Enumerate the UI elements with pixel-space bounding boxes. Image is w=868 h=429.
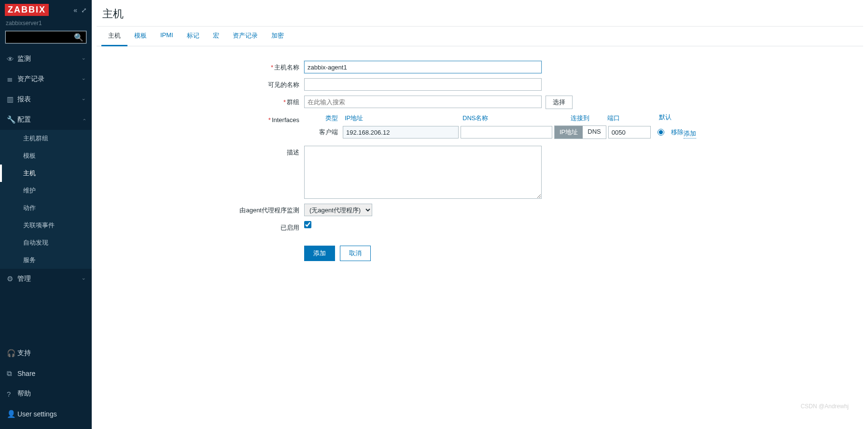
footer-label: 支持 xyxy=(17,349,85,358)
nav-icon: 🔧 xyxy=(7,115,17,124)
search-icon[interactable]: 🔍 xyxy=(74,33,84,42)
iface-head-dns: DNS名称 xyxy=(461,114,556,123)
logo-row: ZABBIX « ⤢ xyxy=(0,0,92,20)
nav-label: 监测 xyxy=(17,55,83,63)
nav-icon: ≣ xyxy=(7,75,17,83)
submit-button[interactable]: 添加 xyxy=(304,246,335,261)
nav-icon: 👁 xyxy=(7,55,17,63)
sidebar: ZABBIX « ⤢ zabbixserver1 🔍 👁监测›≣资产记录›▥报表… xyxy=(0,0,92,429)
iface-connect-toggle[interactable]: IP地址 DNS xyxy=(554,125,606,139)
tab-标记[interactable]: 标记 xyxy=(180,27,206,46)
nav-sub-主机群组[interactable]: 主机群组 xyxy=(0,130,92,147)
iface-head-type: 类型 xyxy=(304,114,343,123)
nav-item-配置[interactable]: 🔧配置› xyxy=(0,110,92,130)
nav-item-报表[interactable]: ▥报表› xyxy=(0,89,92,110)
iface-dns-input[interactable] xyxy=(461,126,552,138)
footer-icon: 👤 xyxy=(7,410,17,418)
tab-加密[interactable]: 加密 xyxy=(265,27,291,46)
chevron-icon: › xyxy=(81,278,87,280)
watermark: CSDN @Andrewhj xyxy=(800,403,849,410)
interface-row: 客户端 IP地址 DNS 移除 xyxy=(304,125,684,139)
iface-add-link[interactable]: 添加 xyxy=(684,129,696,138)
page-title: 主机 xyxy=(92,0,868,26)
visiblename-label: 可见的名称 xyxy=(268,81,299,88)
groups-input[interactable] xyxy=(304,96,542,108)
main-nav: 👁监测›≣资产记录›▥报表›🔧配置›主机群组模板主机维护动作关联项事件自动发现服… xyxy=(0,49,92,343)
tab-宏[interactable]: 宏 xyxy=(206,27,226,46)
nav-icon: ▥ xyxy=(7,95,17,104)
footer-item-User settings[interactable]: 👤User settings xyxy=(0,404,92,424)
iface-head-conn: 连接到 xyxy=(556,114,603,123)
nav-item-管理[interactable]: ⚙管理› xyxy=(0,269,92,289)
iface-head-port: 端口 xyxy=(603,114,659,123)
interfaces-header: 类型 IP地址 DNS名称 连接到 端口 默认 xyxy=(304,114,672,125)
chevron-icon: › xyxy=(81,58,87,60)
conn-opt-dns[interactable]: DNS xyxy=(583,126,605,138)
nav-label: 资产记录 xyxy=(17,75,83,83)
footer-label: 帮助 xyxy=(17,389,85,398)
tab-主机[interactable]: 主机 xyxy=(101,27,127,46)
desc-label: 描述 xyxy=(287,149,299,156)
iface-remove-link[interactable]: 移除 xyxy=(671,128,684,137)
server-name: zabbixserver1 xyxy=(0,20,92,30)
conn-opt-ip[interactable]: IP地址 xyxy=(555,126,583,138)
tab-资产记录[interactable]: 资产记录 xyxy=(226,27,265,46)
iface-ip-input[interactable] xyxy=(343,126,459,138)
main-content: 主机 主机模板IPMI标记宏资产记录加密 *主机名称 可见的名称 xyxy=(92,0,868,429)
footer-icon: 🎧 xyxy=(7,349,17,358)
nav-sub-自动发现[interactable]: 自动发现 xyxy=(0,234,92,251)
tab-IPMI[interactable]: IPMI xyxy=(154,27,180,46)
collapse-sidebar-icon[interactable]: « xyxy=(73,6,77,14)
iface-type-label: 客户端 xyxy=(304,128,343,137)
brand-logo[interactable]: ZABBIX xyxy=(5,4,49,16)
chevron-icon: › xyxy=(81,78,87,80)
enabled-checkbox[interactable] xyxy=(304,221,311,228)
global-search[interactable]: 🔍 xyxy=(5,30,87,44)
cancel-button[interactable]: 取消 xyxy=(340,246,371,261)
iface-head-ip: IP地址 xyxy=(343,114,461,123)
footer-label: User settings xyxy=(17,410,85,418)
footer-item-支持[interactable]: 🎧支持 xyxy=(0,343,92,363)
footer-nav: 🎧支持⧉Share?帮助👤User settings xyxy=(0,343,92,429)
enabled-label: 已启用 xyxy=(280,224,299,231)
iface-default-radio[interactable] xyxy=(658,129,664,136)
nav-label: 管理 xyxy=(17,275,83,283)
hostname-input[interactable] xyxy=(304,61,542,73)
interfaces-label: Interfaces xyxy=(272,116,299,124)
visiblename-input[interactable] xyxy=(304,78,542,91)
nav-sub-模板[interactable]: 模板 xyxy=(0,147,92,165)
desc-textarea[interactable] xyxy=(304,146,542,199)
chevron-icon: › xyxy=(81,119,87,121)
footer-icon: ? xyxy=(7,390,17,398)
nav-sub-动作[interactable]: 动作 xyxy=(0,199,92,217)
nav-item-监测[interactable]: 👁监测› xyxy=(0,49,92,69)
iface-head-default: 默认 xyxy=(659,114,672,123)
nav-sub-关联项事件[interactable]: 关联项事件 xyxy=(0,217,92,234)
groups-select-button[interactable]: 选择 xyxy=(546,96,573,109)
nav-item-资产记录[interactable]: ≣资产记录› xyxy=(0,69,92,89)
footer-label: Share xyxy=(17,370,85,377)
tabs: 主机模板IPMI标记宏资产记录加密 xyxy=(97,27,863,46)
nav-label: 配置 xyxy=(17,115,83,124)
chevron-icon: › xyxy=(81,98,87,100)
host-form: *主机名称 可见的名称 *群组 选择 xyxy=(97,46,863,280)
footer-icon: ⧉ xyxy=(7,369,17,378)
tab-模板[interactable]: 模板 xyxy=(127,27,154,46)
nav-icon: ⚙ xyxy=(7,275,17,283)
nav-sub-服务[interactable]: 服务 xyxy=(0,251,92,269)
nav-label: 报表 xyxy=(17,95,83,104)
footer-item-帮助[interactable]: ?帮助 xyxy=(0,384,92,404)
fullscreen-icon[interactable]: ⤢ xyxy=(81,6,87,14)
footer-item-Share[interactable]: ⧉Share xyxy=(0,363,92,384)
proxy-label: 由agent代理程序监测 xyxy=(239,207,299,214)
hostname-label: 主机名称 xyxy=(274,64,299,71)
iface-port-input[interactable] xyxy=(608,126,651,138)
nav-sub-维护[interactable]: 维护 xyxy=(0,182,92,199)
groups-label: 群组 xyxy=(287,98,299,106)
nav-sub-主机[interactable]: 主机 xyxy=(0,165,92,182)
proxy-select[interactable]: (无agent代理程序) xyxy=(304,204,372,216)
